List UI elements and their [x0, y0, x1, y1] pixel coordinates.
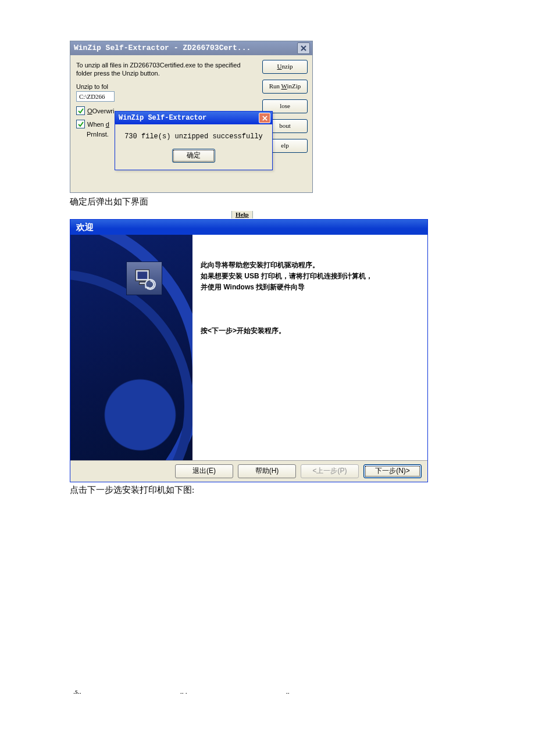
- winzip-self-extractor-dialog: WinZip Self-Extractor - ZD266703Cert... …: [70, 41, 313, 193]
- close-icon[interactable]: [259, 113, 270, 123]
- overwrite-checkbox[interactable]: [76, 106, 85, 115]
- wizard-line4: 按<下一步>开始安装程序。: [201, 326, 416, 336]
- unzip-to-label: Unzip to fol: [76, 83, 108, 90]
- footer-b: .. .: [180, 687, 187, 696]
- when-done-label: When d: [87, 121, 109, 128]
- msgbox-titlebar: WinZip Self-Extractor: [115, 112, 272, 124]
- wizard-main-text: 此向导将帮助您安装打印机驱动程序。 如果想要安装 USB 打印机，请将打印机连接…: [192, 235, 427, 460]
- msgbox-title: WinZip Self-Extractor: [119, 112, 206, 124]
- wizard-side-graphic: [70, 235, 192, 460]
- exit-button[interactable]: 退出(E): [175, 464, 233, 478]
- doc-footer: .s.. .. . ..: [70, 687, 465, 696]
- wizard-line2: 如果想要安装 USB 打印机，请将打印机连接到计算机，: [201, 271, 416, 281]
- winzip-title: WinZip Self-Extractor - ZD266703Cert...: [74, 41, 251, 55]
- printer-install-wizard: 欢迎 此向导将帮助您安装打印机驱动程序。 如果想要安装 USB: [70, 219, 428, 482]
- winzip-titlebar: WinZip Self-Extractor - ZD266703Cert...: [70, 41, 312, 55]
- next-button[interactable]: 下一步(N)>: [363, 464, 422, 478]
- unzip-success-msgbox: WinZip Self-Extractor 730 file(s) unzipp…: [115, 111, 273, 170]
- wizard-line3: 并使用 Windows 找到新硬件向导: [201, 282, 416, 292]
- unzip-button[interactable]: Unzip: [262, 60, 308, 74]
- svg-rect-2: [140, 282, 146, 284]
- prev-button: <上一步(P): [301, 464, 359, 478]
- wizard-line1: 此向导将帮助您安装打印机驱动程序。: [201, 260, 416, 270]
- install-icon: [126, 261, 162, 295]
- wizard-title: 欢迎: [70, 220, 427, 235]
- run-winzip-button[interactable]: Run WinZip: [262, 80, 308, 94]
- caption-after-ok: 确定后弹出如下界面: [70, 196, 465, 207]
- unzip-path-input[interactable]: C:\ZD266: [76, 91, 115, 102]
- close-icon[interactable]: [297, 42, 310, 54]
- when-done-checkbox[interactable]: [76, 120, 85, 128]
- overwrite-label: OOverwri: [87, 108, 114, 114]
- help-fragment: Help: [231, 211, 253, 218]
- footer-a: .s..: [73, 687, 81, 696]
- footer-c: ..: [286, 687, 290, 696]
- winzip-instruction: To unzip all files in ZD266703Certified.…: [76, 61, 245, 77]
- caption-click-next: 点击下一步选安装打印机如下图:: [70, 485, 465, 496]
- wizard-footer: 退出(E) 帮助(H) <上一步(P) 下一步(N)>: [70, 460, 427, 482]
- svg-rect-1: [137, 271, 147, 279]
- msgbox-message: 730 file(s) unzipped successfully: [120, 132, 268, 141]
- ok-button[interactable]: 确定: [172, 149, 215, 163]
- help-button[interactable]: 帮助(H): [238, 464, 296, 478]
